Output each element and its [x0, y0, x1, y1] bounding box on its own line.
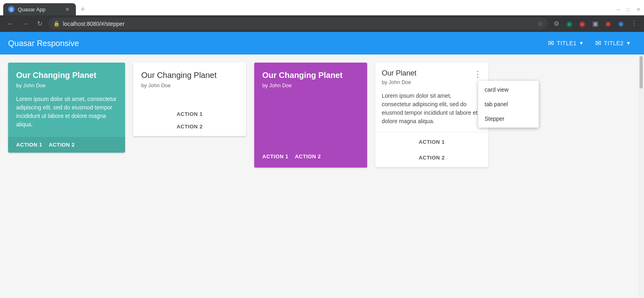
address-lock-icon: 🔒	[53, 21, 60, 27]
card-white-title: Our Changing Planet	[141, 71, 238, 80]
nav-item-title2[interactable]: ✉ TITLE2 ▼	[590, 39, 636, 48]
card-green-subtitle: by John Doe	[16, 82, 117, 88]
card-green-action1[interactable]: ACTION 1	[16, 142, 42, 148]
dropdown-item-card-view[interactable]: card view	[478, 82, 539, 97]
card-purple-actions: ACTION 1 ACTION 2	[254, 149, 367, 168]
card-white: Our Changing Planet by John Doe ACTION 1…	[133, 63, 246, 136]
dropdown-item-tab-panel[interactable]: tab panel	[478, 97, 539, 111]
card-green-title: Our Changing Planet	[16, 71, 117, 80]
card-purple-action1[interactable]: ACTION 1	[262, 153, 289, 159]
card-detail-subtitle: by John Doe	[382, 79, 416, 85]
card-white-actions: ACTION 1 ACTION 2	[133, 95, 246, 136]
card-detail-more-icon[interactable]: ⋮	[474, 69, 482, 79]
card-detail-header: Our Planet by John Doe ⋮	[375, 63, 488, 88]
scrollbar-thumb[interactable]	[640, 56, 643, 88]
header-nav: ✉ TITLE1 ▼ ✉ TITLE2 ▼	[543, 39, 636, 48]
close-button[interactable]: ✕	[636, 6, 641, 13]
card-white-subtitle: by John Doe	[141, 82, 238, 88]
card-purple-subtitle: by John Doe	[262, 82, 359, 88]
chrome-icon[interactable]: ◉	[564, 19, 575, 29]
card-detail-title: Our Planet	[382, 69, 416, 78]
maximize-button[interactable]: □	[627, 6, 630, 13]
dropdown-arrow-2: ▼	[626, 40, 631, 46]
card-green-body: Lorem ipsum dolor sit amet, consectetur …	[16, 95, 117, 129]
app-title: Quasar Responsive	[8, 39, 543, 48]
card-detail-action2[interactable]: ACTION 2	[419, 151, 445, 164]
card-purple-spacer	[254, 97, 367, 149]
browser-tab-bar: Q Quasar App ✕ + ─ □ ✕	[0, 0, 644, 15]
card-detail-header-text: Our Planet by John Doe	[382, 69, 416, 85]
card-white-action2[interactable]: ACTION 2	[177, 124, 203, 130]
forward-button[interactable]: →	[19, 18, 31, 29]
card-detail-action1[interactable]: ACTION 1	[419, 136, 445, 148]
main-content: Our Changing Planet by John Doe Lorem ip…	[0, 55, 644, 298]
card-green-action2[interactable]: ACTION 2	[49, 142, 75, 148]
tab-favicon: Q	[8, 6, 15, 13]
profile-icon[interactable]: ◉	[577, 19, 588, 29]
screenshot-icon[interactable]: ▣	[590, 19, 600, 29]
browser-chrome: Q Quasar App ✕ + ─ □ ✕ ← → ↻ 🔒 localhost…	[0, 0, 644, 32]
new-tab-button[interactable]: +	[77, 4, 88, 15]
dropdown-item-stepper[interactable]: Stepper	[478, 111, 539, 126]
card-purple-title: Our Changing Planet	[262, 71, 359, 80]
menu-icon[interactable]: ⋮	[629, 19, 639, 29]
card-purple-action2[interactable]: ACTION 2	[295, 153, 321, 159]
bookmark-icon[interactable]: ☆	[537, 20, 543, 27]
browser-nav-bar: ← → ↻ 🔒 localhost:8080/#/stepper ☆ ⚙ ◉ ◉…	[0, 15, 644, 32]
card-green-header: Our Changing Planet by John Doe Lorem ip…	[8, 63, 125, 137]
window-controls: ─ □ ✕	[617, 6, 641, 13]
scrollbar[interactable]	[638, 55, 644, 298]
card-green-actions: ACTION 1 ACTION 2	[8, 137, 125, 153]
extensions-icon[interactable]: ⚙	[551, 19, 562, 29]
app-header: Quasar Responsive ✉ TITLE1 ▼ ✉ TITLE2 ▼	[0, 32, 644, 55]
card-purple-header: Our Changing Planet by John Doe	[254, 63, 367, 97]
reload-button[interactable]: ↻	[34, 18, 45, 29]
nav-item-title1[interactable]: ✉ TITLE1 ▼	[543, 39, 589, 48]
nav-label-title1: TITLE1	[557, 40, 577, 46]
dropdown-arrow-1: ▼	[579, 40, 584, 46]
nav-label-title2: TITLE2	[604, 40, 624, 46]
profile-avatar[interactable]: ◉	[616, 19, 626, 29]
extension1-icon[interactable]: ◉	[603, 19, 613, 29]
card-detail-actions: ACTION 1 ACTION 2	[375, 132, 488, 167]
email-icon-2: ✉	[595, 39, 602, 48]
email-icon-1: ✉	[548, 39, 554, 48]
title1-dropdown: card view tab panel Stepper	[478, 81, 539, 128]
address-text: localhost:8080/#/stepper	[63, 21, 534, 27]
card-detail-body: Lorem ipsum dolor sit amet, consectetur …	[375, 88, 488, 132]
card-green: Our Changing Planet by John Doe Lorem ip…	[8, 63, 125, 153]
address-bar[interactable]: 🔒 localhost:8080/#/stepper ☆	[48, 18, 548, 29]
browser-tab-active[interactable]: Q Quasar App ✕	[3, 3, 76, 15]
minimize-button[interactable]: ─	[617, 6, 620, 13]
card-purple: Our Changing Planet by John Doe ACTION 1…	[254, 63, 367, 168]
card-white-action1[interactable]: ACTION 1	[177, 111, 203, 117]
card-white-header: Our Changing Planet by John Doe	[133, 63, 246, 95]
card-detail: Our Planet by John Doe ⋮ Lorem ipsum dol…	[375, 63, 488, 167]
browser-extras: ⚙ ◉ ◉ ▣ ◉ ◉ ⋮	[551, 19, 639, 29]
tab-close-button[interactable]: ✕	[64, 6, 71, 13]
tab-title: Quasar App	[18, 6, 61, 13]
back-button[interactable]: ←	[5, 18, 16, 29]
